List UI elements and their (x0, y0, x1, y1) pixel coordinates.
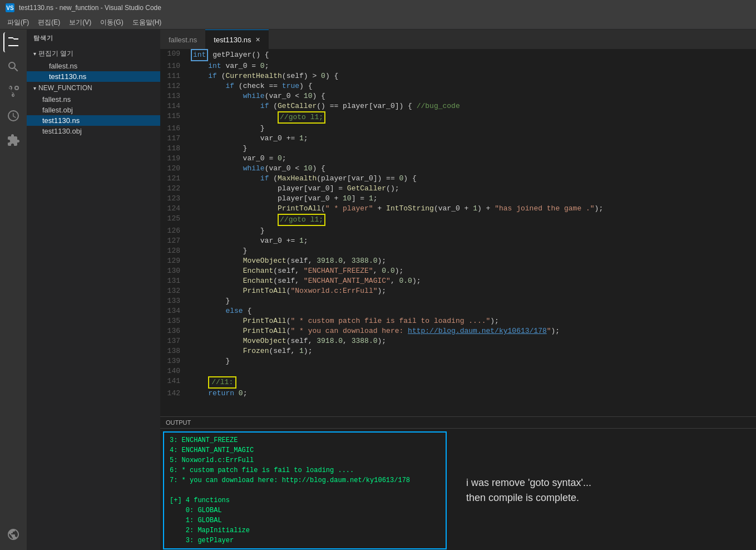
extensions-icon[interactable] (3, 130, 23, 150)
explorer-header: 탐색기 (27, 30, 160, 47)
code-line-133: 133 } (160, 296, 756, 306)
menu-goto[interactable]: 이동(G) (96, 17, 127, 28)
code-line-134: 134 else { (160, 306, 756, 316)
output-content: 3: ENCHANT_FREEZE 4: ENCHANT_ANTI_MAGIC … (163, 431, 447, 549)
code-line-128: 128 } (160, 246, 756, 256)
group-section[interactable]: ▾ NEW_FUNCTION (27, 82, 160, 94)
menubar: 파일(F) 편집(E) 보기(V) 이동(G) 도움말(H) (0, 16, 756, 30)
code-line-131: 131 Enchant(self, "ENCHANT_ANTI_MAGIC", … (160, 276, 756, 286)
title-text: test1130.ns - new_function - Visual Stud… (19, 4, 161, 12)
code-line-142: 142 return 0; (160, 389, 756, 399)
activitybar (0, 30, 27, 550)
open-editors-arrow: ▾ (33, 51, 36, 57)
tab-test1130-ns[interactable]: test1130.ns × (205, 30, 268, 49)
output-header: OUTPUT (160, 417, 756, 429)
output-line-10: 3: getPlayer (170, 536, 440, 546)
code-line-114: 114 if (GetCaller() == player[var_0]) { … (160, 101, 756, 111)
output-panel: OUTPUT 3: ENCHANT_FREEZE 4: ENCHANT_ANTI… (160, 416, 756, 550)
code-line-135: 135 PrintToAll(" * custom patch file is … (160, 316, 756, 326)
code-line-132: 132 PrintToAll("Noxworld.c:ErrFull"); (160, 286, 756, 296)
sidebar-item-test1130-ns[interactable]: test1130.ns (27, 115, 160, 126)
menu-file[interactable]: 파일(F) (3, 17, 33, 28)
code-line-121: 121 if (MaxHealth(player[var_0]) == 0) { (160, 174, 756, 184)
group-arrow: ▾ (33, 85, 36, 91)
sidebar-item-test1130-obj[interactable]: test1130.obj (27, 126, 160, 136)
tab-close-icon[interactable]: × (256, 35, 260, 44)
code-line-123: 123 player[var_0 + 10] = 1; (160, 194, 756, 204)
code-line-117: 117 var_0 += 1; (160, 134, 756, 144)
code-line-126: 126 } (160, 226, 756, 236)
output-line-7: 0: GLOBAL (170, 505, 440, 515)
output-line-5: 7: * you can download here: http://blog.… (170, 475, 440, 485)
output-line-2: 4: ENCHANT_ANTI_MAGIC (170, 445, 440, 455)
sidebar-open-fallest-ns[interactable]: fallest.ns (27, 61, 160, 71)
output-line-8: 1: GLOBAL (170, 515, 440, 526)
code-line-139: 139 } (160, 356, 756, 366)
output-line-3: 5: Noxworld.c:ErrFull (170, 455, 440, 465)
output-line-4: 6: * custom patch file is fail to loadin… (170, 465, 440, 475)
code-line-137: 137 MoveObject(self, 3918.0, 3388.0); (160, 336, 756, 346)
code-line-119: 119 var_0 = 0; (160, 154, 756, 164)
output-line-blank (170, 485, 440, 495)
remote-icon[interactable] (3, 524, 23, 544)
sidebar-item-fallest-ns[interactable]: fallest.ns (27, 94, 160, 105)
explorer-icon[interactable] (3, 32, 23, 52)
sidebar: 탐색기 ▾ 편집기 열기 fallest.ns test1130.ns ▾ NE… (27, 30, 160, 550)
code-line-127: 127 var_0 += 1; (160, 236, 756, 246)
main-layout: 탐색기 ▾ 편집기 열기 fallest.ns test1130.ns ▾ NE… (0, 30, 756, 550)
code-line-115: 115 //goto l1; (160, 111, 756, 124)
code-editor[interactable]: 109 int getPlayer() { 110 int var_0 = 0;… (160, 49, 756, 416)
code-line-116: 116 } (160, 124, 756, 134)
sidebar-item-fallest-obj[interactable]: fallest.obj (27, 105, 160, 115)
open-editors-section[interactable]: ▾ 편집기 열기 (27, 47, 160, 61)
output-line-1: 3: ENCHANT_FREEZE (170, 435, 440, 445)
tab-label-fallest: fallest.ns (169, 36, 197, 44)
code-line-124: 124 PrintToAll(" * player" + IntToString… (160, 204, 756, 214)
titlebar: VS test1130.ns - new_function - Visual S… (0, 0, 756, 16)
code-line-138: 138 Frozen(self, 1); (160, 346, 756, 356)
code-line-125: 125 //goto l1; (160, 214, 756, 226)
code-line-113: 113 while(var_0 < 10) { (160, 91, 756, 101)
code-line-122: 122 player[var_0] = GetCaller(); (160, 184, 756, 194)
editor-area: fallest.ns test1130.ns × 109 int getPlay… (160, 30, 756, 550)
tab-label-test1130: test1130.ns (214, 36, 251, 44)
debug-icon[interactable] (3, 106, 23, 126)
annotation-panel: i was remove 'goto syntax'... then compi… (449, 429, 756, 550)
sidebar-open-test1130-ns[interactable]: test1130.ns (27, 71, 160, 82)
annotation-line1: i was remove 'goto syntax'... (466, 475, 739, 490)
code-line-136: 136 PrintToAll(" * you can download here… (160, 326, 756, 336)
code-line-130: 130 Enchant(self, "ENCHANT_FREEZE", 0.0)… (160, 266, 756, 276)
code-line-118: 118 } (160, 144, 756, 154)
search-icon[interactable] (3, 57, 23, 77)
code-line-111: 111 if (CurrentHealth(self) > 0) { (160, 71, 756, 81)
menu-view[interactable]: 보기(V) (65, 17, 96, 28)
code-line-120: 120 while(var_0 < 10) { (160, 164, 756, 174)
code-line-109: 109 int getPlayer() { (160, 49, 756, 61)
annotation-line2: then compile is complete. (466, 490, 739, 505)
tabbar: fallest.ns test1130.ns × (160, 30, 756, 49)
code-line-141: 141 //l1: (160, 376, 756, 389)
code-line-112: 112 if (check == true) { (160, 81, 756, 91)
menu-edit[interactable]: 편집(E) (33, 17, 65, 28)
code-line-110: 110 int var_0 = 0; (160, 61, 756, 71)
code-line-129: 129 MoveObject(self, 3918.0, 3388.0); (160, 256, 756, 266)
code-line-140: 140 (160, 366, 756, 376)
source-control-icon[interactable] (3, 81, 23, 101)
menu-help[interactable]: 도움말(H) (128, 17, 166, 28)
tab-fallest-ns[interactable]: fallest.ns (160, 30, 205, 49)
output-line-6: [+] 4 functions (170, 495, 440, 505)
app-icon: VS (6, 3, 14, 12)
output-line-9: 2: MapInitialize (170, 526, 440, 536)
